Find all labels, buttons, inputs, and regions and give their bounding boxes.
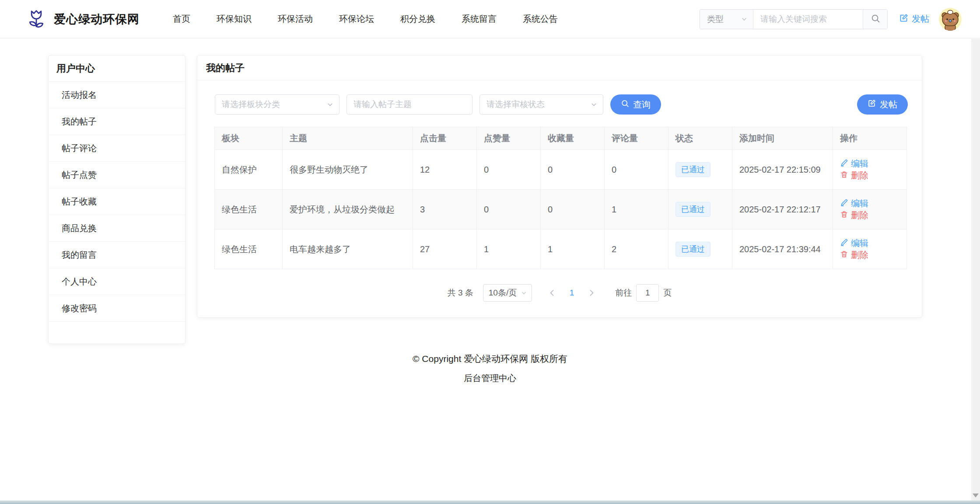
delete-link[interactable]: 删除 xyxy=(840,209,868,221)
sidebar-title: 用户中心 xyxy=(49,56,185,82)
pen-icon xyxy=(840,159,848,169)
header-search-button[interactable] xyxy=(863,10,887,29)
brand-logo[interactable]: 爱心绿动环保网 xyxy=(25,7,140,31)
delete-link[interactable]: 删除 xyxy=(840,170,868,181)
status-badge: 已通过 xyxy=(676,162,710,177)
chevron-right-icon xyxy=(587,288,596,297)
delete-link[interactable]: 删除 xyxy=(840,249,868,261)
col-header-topic: 主题 xyxy=(283,127,413,150)
trash-icon xyxy=(840,250,848,261)
cell-likes: 0 xyxy=(477,190,541,229)
edit-link[interactable]: 编辑 xyxy=(840,237,868,249)
table-row: 绿色生活 电车越来越多了 27 1 1 2 已通过 2025-02-17 21:… xyxy=(215,229,907,269)
search-icon xyxy=(621,99,629,110)
sidebar-item-change-password[interactable]: 修改密码 xyxy=(49,295,185,322)
cell-favorites: 1 xyxy=(541,229,605,269)
header-post-label: 发帖 xyxy=(912,13,929,25)
keyword-search-input[interactable] xyxy=(753,10,863,29)
sidebar-item-post-comments[interactable]: 帖子评论 xyxy=(49,135,185,162)
nav-item-points-exchange[interactable]: 积分兑换 xyxy=(400,13,435,25)
nav-item-announcements[interactable]: 系统公告 xyxy=(523,13,558,25)
query-button-label: 查询 xyxy=(633,99,651,111)
topic-input[interactable] xyxy=(346,94,472,115)
sidebar-item-my-messages[interactable]: 我的留言 xyxy=(49,242,185,268)
sidebar-item-post-likes[interactable]: 帖子点赞 xyxy=(49,162,185,188)
header-post-link[interactable]: 发帖 xyxy=(899,13,929,25)
goto-label: 前往 xyxy=(615,287,632,299)
col-header-clicks: 点击量 xyxy=(413,127,477,150)
next-page-button[interactable] xyxy=(587,288,596,297)
query-button[interactable]: 查询 xyxy=(610,94,661,115)
new-post-button[interactable]: 发帖 xyxy=(857,94,908,115)
sidebar-item-activity-signup[interactable]: 活动报名 xyxy=(49,82,185,108)
panel-title: 我的帖子 xyxy=(197,56,922,80)
sidebar-item-goods-exchange[interactable]: 商品兑换 xyxy=(49,215,185,242)
vertical-scrollbar[interactable] xyxy=(971,39,980,501)
col-header-board: 板块 xyxy=(215,127,283,150)
goto-page-input[interactable] xyxy=(636,284,659,302)
col-header-status: 状态 xyxy=(668,127,732,150)
board-category-placeholder: 请选择板块分类 xyxy=(222,99,280,110)
site-title: 爱心绿动环保网 xyxy=(54,11,140,27)
nav-item-activities[interactable]: 环保活动 xyxy=(278,13,313,25)
edit-square-icon xyxy=(868,99,876,110)
page-content: 用户中心 活动报名 我的帖子 帖子评论 帖子点赞 帖子收藏 商品兑换 我的留言 … xyxy=(0,38,980,344)
header-search-group: 类型 xyxy=(700,9,888,29)
col-header-favorites: 收藏量 xyxy=(541,127,605,150)
nav-item-forum[interactable]: 环保论坛 xyxy=(339,13,374,25)
bear-avatar-image xyxy=(939,8,962,31)
new-post-button-label: 发帖 xyxy=(880,99,897,111)
trash-icon xyxy=(840,170,848,181)
admin-center-link[interactable]: 后台管理中心 xyxy=(464,372,516,384)
cell-time: 2025-02-17 22:15:09 xyxy=(732,150,833,190)
audit-status-select[interactable]: 请选择审核状态 xyxy=(480,94,603,115)
page-number-1[interactable]: 1 xyxy=(570,288,574,298)
board-category-select[interactable]: 请选择板块分类 xyxy=(215,94,340,115)
filter-bar: 请选择板块分类 请选择审核状态 查询 xyxy=(215,94,908,115)
status-badge: 已通过 xyxy=(676,202,710,217)
posts-table: 板块 主题 点击量 点赞量 收藏量 评论量 状态 添加时间 操作 自然保护 很多… xyxy=(214,127,907,269)
nav-item-home[interactable]: 首页 xyxy=(173,13,190,25)
page-unit-label: 页 xyxy=(663,287,672,299)
cell-favorites: 0 xyxy=(541,150,605,190)
user-center-sidebar: 用户中心 活动报名 我的帖子 帖子评论 帖子点赞 帖子收藏 商品兑换 我的留言 … xyxy=(48,55,186,344)
page-size-select[interactable]: 10条/页 xyxy=(483,284,532,302)
edit-link[interactable]: 编辑 xyxy=(840,158,868,170)
col-header-actions: 操作 xyxy=(833,127,907,150)
cell-clicks: 3 xyxy=(413,190,477,229)
col-header-likes: 点赞量 xyxy=(477,127,541,150)
status-badge: 已通过 xyxy=(676,242,710,257)
site-footer: © Copyright 爱心绿动环保网 版权所有 后台管理中心 xyxy=(0,353,980,384)
cell-likes: 1 xyxy=(477,229,541,269)
col-header-time: 添加时间 xyxy=(732,127,833,150)
pagination: 共 3 条 10条/页 1 前往 页 xyxy=(197,284,922,302)
scrollbar-down-arrow-icon[interactable] xyxy=(973,494,979,497)
search-type-label: 类型 xyxy=(707,14,724,25)
sidebar-item-my-posts[interactable]: 我的帖子 xyxy=(49,108,185,135)
nav-item-system-messages[interactable]: 系统留言 xyxy=(462,13,497,25)
copyright-text: © Copyright 爱心绿动环保网 版权所有 xyxy=(0,353,980,365)
cell-board: 绿色生活 xyxy=(215,190,283,229)
table-row: 绿色生活 爱护环境，从垃圾分类做起 3 0 0 1 已通过 2025-02-17… xyxy=(215,190,907,229)
nav-item-knowledge[interactable]: 环保知识 xyxy=(217,13,252,25)
edit-link[interactable]: 编辑 xyxy=(840,198,868,209)
cell-clicks: 12 xyxy=(413,150,477,190)
user-avatar[interactable] xyxy=(939,8,962,31)
tulip-logo-icon xyxy=(25,7,48,31)
pen-icon xyxy=(840,238,848,249)
cell-topic: 很多野生动物灭绝了 xyxy=(283,150,413,190)
prev-page-button[interactable] xyxy=(548,288,556,297)
cell-likes: 0 xyxy=(477,150,541,190)
pagination-total: 共 3 条 xyxy=(448,287,473,299)
main-nav: 首页 环保知识 环保活动 环保论坛 积分兑换 系统留言 系统公告 xyxy=(173,13,558,25)
edit-square-icon xyxy=(899,14,908,25)
sidebar-item-personal-center[interactable]: 个人中心 xyxy=(49,268,185,295)
header-right: 类型 发帖 xyxy=(700,8,962,31)
search-type-select[interactable]: 类型 xyxy=(700,10,753,29)
cell-clicks: 27 xyxy=(413,229,477,269)
bottom-window-edge xyxy=(0,501,980,504)
sidebar-item-post-favorites[interactable]: 帖子收藏 xyxy=(49,188,185,215)
table-header-row: 板块 主题 点击量 点赞量 收藏量 评论量 状态 添加时间 操作 xyxy=(215,127,907,150)
sidebar-spacer xyxy=(49,322,185,344)
audit-status-placeholder: 请选择审核状态 xyxy=(486,99,545,110)
